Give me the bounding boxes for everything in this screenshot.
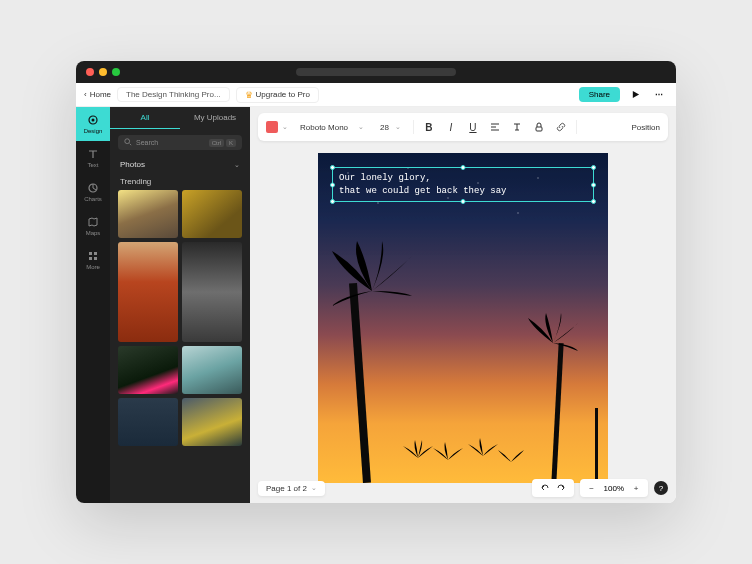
divider bbox=[576, 120, 577, 134]
palm-fronds bbox=[528, 313, 578, 368]
chevron-down-icon: ⌄ bbox=[358, 123, 364, 131]
rail-design[interactable]: Design bbox=[76, 107, 110, 141]
photo-thumb[interactable] bbox=[118, 242, 178, 342]
palm-silhouette bbox=[433, 438, 463, 483]
resize-handle[interactable] bbox=[591, 182, 596, 187]
italic-button[interactable]: I bbox=[444, 120, 458, 134]
photos-section-toggle[interactable]: Photos ⌄ bbox=[110, 156, 250, 173]
trending-heading: Trending bbox=[110, 173, 250, 190]
chevron-down-icon[interactable]: ⌄ bbox=[282, 123, 288, 131]
chevron-down-icon: ⌄ bbox=[311, 484, 317, 492]
underline-button[interactable]: U bbox=[466, 120, 480, 134]
photo-thumb[interactable] bbox=[182, 242, 242, 342]
text-toolbar: ⌄ Roboto Mono ⌄ 28 ⌄ B I U Po bbox=[258, 113, 668, 141]
photo-thumb[interactable] bbox=[182, 398, 242, 446]
home-button[interactable]: ‹ Home bbox=[84, 90, 111, 99]
photo-grid bbox=[110, 190, 250, 503]
traffic-lights bbox=[86, 68, 120, 76]
page-indicator[interactable]: Page 1 of 2 ⌄ bbox=[258, 481, 325, 496]
search-icon bbox=[124, 138, 132, 147]
chevron-down-icon: ⌄ bbox=[234, 161, 240, 169]
canvas-viewport[interactable]: Our lonely glory, that we could get back… bbox=[250, 141, 676, 503]
text-selection-box[interactable]: Our lonely glory, that we could get back… bbox=[332, 167, 594, 202]
photo-thumb[interactable] bbox=[118, 398, 178, 446]
crown-icon: ♛ bbox=[245, 90, 253, 100]
more-icon: ⋯ bbox=[655, 90, 664, 99]
rail-text[interactable]: Text bbox=[76, 141, 110, 175]
lock-button[interactable] bbox=[532, 120, 546, 134]
resize-handle[interactable] bbox=[330, 165, 335, 170]
font-size-select[interactable]: 28 ⌄ bbox=[376, 121, 405, 134]
zoom-level: 100% bbox=[604, 484, 624, 493]
rail-charts[interactable]: Charts bbox=[76, 175, 110, 209]
titlebar-handle bbox=[296, 68, 456, 76]
bold-button[interactable]: B bbox=[422, 120, 436, 134]
resize-handle[interactable] bbox=[330, 182, 335, 187]
photo-thumb[interactable] bbox=[118, 190, 178, 238]
close-window-icon[interactable] bbox=[86, 68, 94, 76]
app-body: Design Text Charts Maps More All My bbox=[76, 107, 676, 503]
tab-my-uploads[interactable]: My Uploads bbox=[180, 107, 250, 129]
canvas-text-line[interactable]: that we could get back they say bbox=[339, 185, 587, 198]
home-label: Home bbox=[90, 90, 111, 99]
font-family-select[interactable]: Roboto Mono ⌄ bbox=[296, 121, 368, 134]
text-icon bbox=[87, 148, 99, 160]
top-toolbar: ‹ Home The Design Thinking Pro... ♛ Upgr… bbox=[76, 83, 676, 107]
photo-thumb[interactable] bbox=[118, 346, 178, 394]
palm-silhouette bbox=[403, 438, 433, 483]
svg-rect-8 bbox=[536, 127, 542, 131]
zoom-in-button[interactable]: + bbox=[630, 482, 642, 494]
minimize-window-icon[interactable] bbox=[99, 68, 107, 76]
text-color-swatch[interactable] bbox=[266, 121, 278, 133]
panel-tabs: All My Uploads bbox=[110, 107, 250, 129]
project-name[interactable]: The Design Thinking Pro... bbox=[117, 87, 230, 102]
photo-thumb[interactable] bbox=[182, 346, 242, 394]
palm-fronds bbox=[332, 241, 412, 331]
align-button[interactable] bbox=[488, 120, 502, 134]
more-menu-button[interactable]: ⋯ bbox=[650, 86, 668, 104]
undo-redo-group bbox=[532, 479, 574, 497]
side-panel: All My Uploads Search Ctrl K Photos ⌄ Tr… bbox=[110, 107, 250, 503]
divider bbox=[413, 120, 414, 134]
palm-silhouette bbox=[595, 408, 598, 483]
canvas-text-line[interactable]: Our lonely glory, bbox=[339, 172, 587, 185]
grid-icon bbox=[87, 250, 99, 262]
text-format-button[interactable] bbox=[510, 120, 524, 134]
palm-silhouette bbox=[496, 438, 526, 483]
rail-more[interactable]: More bbox=[76, 243, 110, 277]
rail-maps[interactable]: Maps bbox=[76, 209, 110, 243]
canvas-area: ⌄ Roboto Mono ⌄ 28 ⌄ B I U Po bbox=[250, 107, 676, 503]
search-input[interactable]: Search Ctrl K bbox=[118, 135, 242, 150]
photo-thumb[interactable] bbox=[182, 190, 242, 238]
play-button[interactable] bbox=[626, 86, 644, 104]
left-rail: Design Text Charts Maps More bbox=[76, 107, 110, 503]
undo-button[interactable] bbox=[538, 482, 550, 494]
chevron-left-icon: ‹ bbox=[84, 90, 87, 99]
artboard[interactable]: Our lonely glory, that we could get back… bbox=[318, 153, 608, 483]
resize-handle[interactable] bbox=[591, 165, 596, 170]
zoom-out-button[interactable]: − bbox=[586, 482, 598, 494]
window-titlebar bbox=[76, 61, 676, 83]
svg-rect-6 bbox=[94, 257, 97, 260]
share-button[interactable]: Share bbox=[579, 87, 620, 102]
upgrade-button[interactable]: ♛ Upgrade to Pro bbox=[236, 87, 319, 103]
design-icon bbox=[87, 114, 99, 126]
redo-button[interactable] bbox=[556, 482, 568, 494]
chevron-down-icon: ⌄ bbox=[395, 123, 401, 131]
play-icon bbox=[631, 90, 640, 99]
zoom-group: − 100% + bbox=[580, 479, 648, 497]
maximize-window-icon[interactable] bbox=[112, 68, 120, 76]
help-button[interactable]: ? bbox=[654, 481, 668, 495]
resize-handle[interactable] bbox=[461, 165, 466, 170]
app-window: ‹ Home The Design Thinking Pro... ♛ Upgr… bbox=[76, 61, 676, 503]
resize-handle[interactable] bbox=[461, 199, 466, 204]
svg-rect-3 bbox=[89, 252, 92, 255]
charts-icon bbox=[87, 182, 99, 194]
svg-point-1 bbox=[92, 119, 95, 122]
position-button[interactable]: Position bbox=[632, 123, 660, 132]
link-button[interactable] bbox=[554, 120, 568, 134]
svg-rect-4 bbox=[94, 252, 97, 255]
search-shortcut: Ctrl K bbox=[209, 139, 236, 147]
tab-all[interactable]: All bbox=[110, 107, 180, 129]
maps-icon bbox=[87, 216, 99, 228]
